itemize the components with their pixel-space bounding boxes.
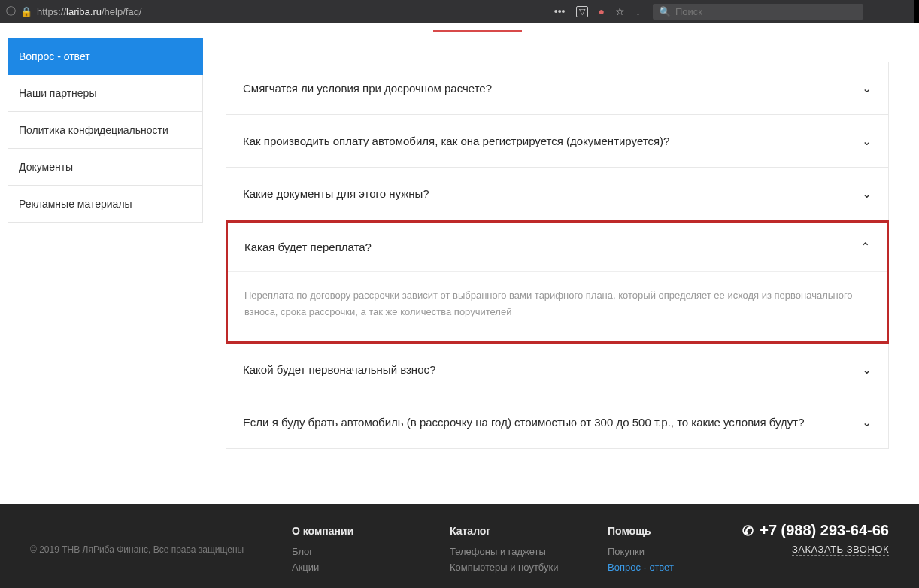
url-path: /help/faq/ [102,6,142,17]
page-footer: © 2019 ТНВ ЛяРиба Финанс, Все права защи… [0,504,919,588]
url-display[interactable]: https://lariba.ru/help/faq/ [37,6,142,17]
chevron-down-icon: ⌄ [862,415,872,429]
page-action-icons: ••• ▽ ● ☆ ↓ [554,5,641,17]
footer-contact: ✆ +7 (988) 293-64-66 ЗАКАЗАТЬ ЗВОНОК [742,522,889,556]
browser-address-bar: ⓘ 🔒 https://lariba.ru/help/faq/ ••• ▽ ● … [0,0,919,23]
footer-phone[interactable]: ✆ +7 (988) 293-64-66 [742,522,889,539]
sidebar-item-label: Рекламные материалы [19,198,132,210]
faq-list: Смягчатся ли условия при досрочном расче… [226,38,919,504]
url-scheme: https:// [37,6,66,17]
footer-link-active[interactable]: Вопрос - ответ [608,562,766,573]
reader-icon[interactable]: ▽ [576,6,588,17]
footer-link[interactable]: Акции [292,562,450,573]
url-domain: lariba.ru [66,6,102,17]
faq-item[interactable]: Если я буду брать автомобиль (в рассрочк… [226,396,889,449]
faq-question: Смягчатся ли условия при досрочном расче… [243,80,862,96]
callback-link[interactable]: ЗАКАЗАТЬ ЗВОНОК [792,544,889,556]
footer-col-title: О компании [292,525,450,537]
footer-col-title: Каталог [450,525,608,537]
faq-item[interactable]: Смягчатся ли условия при досрочном расче… [226,62,889,115]
tab-underline-accent [433,30,522,32]
footer-col-catalog: Каталог Телефоны и гаджеты Компьютеры и … [450,525,608,577]
chevron-down-icon: ⌄ [862,81,872,95]
browser-search-box[interactable]: 🔍 [653,4,863,20]
sidebar-item-privacy[interactable]: Политика конфидециальности [8,112,203,149]
phone-icon: ✆ [742,523,754,539]
faq-answer: Переплата по договору рассрочки зависит … [228,272,887,341]
faq-item[interactable]: Какой будет первоначальный взнос? ⌄ [226,344,889,396]
faq-item[interactable]: Как производить оплату автомобиля, как о… [226,115,889,168]
sidebar-item-label: Документы [19,161,73,173]
sidebar-item-docs[interactable]: Документы [8,149,203,186]
chevron-down-icon: ⌄ [862,362,872,377]
lock-icon[interactable]: 🔒 [20,6,32,17]
footer-copyright: © 2019 ТНВ ЛяРиба Финанс, Все права защи… [30,525,292,577]
faq-question: Какой будет первоначальный взнос? [243,362,862,377]
faq-question: Как производить оплату автомобиля, как о… [243,133,862,149]
chevron-up-icon: ⌃ [860,240,870,254]
faq-question: Какая будет переплата? [244,239,860,255]
footer-link[interactable]: Компьютеры и ноутбуки [450,562,608,573]
help-sidebar: Вопрос - ответ Наши партнеры Политика ко… [8,38,203,504]
chevron-down-icon: ⌄ [862,134,872,148]
faq-item-expanded[interactable]: Какая будет переплата? ⌃ Переплата по до… [226,220,889,344]
sidebar-item-label: Наши партнеры [19,87,96,99]
sidebar-item-partners[interactable]: Наши партнеры [8,75,203,112]
browser-search-input[interactable] [675,6,857,17]
search-icon: 🔍 [659,6,671,17]
download-icon[interactable]: ↓ [635,5,641,17]
phone-number: +7 (988) 293-64-66 [760,522,889,539]
more-icon[interactable]: ••• [554,5,566,17]
bookmark-star-icon[interactable]: ☆ [615,5,625,17]
sidebar-item-label: Политика конфидециальности [19,124,168,136]
faq-question: Какие документы для этого нужны? [243,186,862,202]
faq-question: Если я буду брать автомобиль (в рассрочк… [243,414,862,430]
page-content: Вопрос - ответ Наши партнеры Политика ко… [0,23,919,504]
window-edge [914,0,919,23]
sidebar-item-promo[interactable]: Рекламные материалы [8,186,203,223]
footer-col-about: О компании Блог Акции [292,525,450,577]
footer-link[interactable]: Блог [292,546,450,557]
footer-link[interactable]: Телефоны и гаджеты [450,546,608,557]
extension-icon[interactable]: ● [599,5,605,17]
chevron-down-icon: ⌄ [862,186,872,201]
sidebar-item-faq[interactable]: Вопрос - ответ [8,38,203,75]
faq-item[interactable]: Какие документы для этого нужны? ⌄ [226,168,889,220]
info-icon[interactable]: ⓘ [6,5,16,18]
sidebar-item-label: Вопрос - ответ [19,50,90,62]
